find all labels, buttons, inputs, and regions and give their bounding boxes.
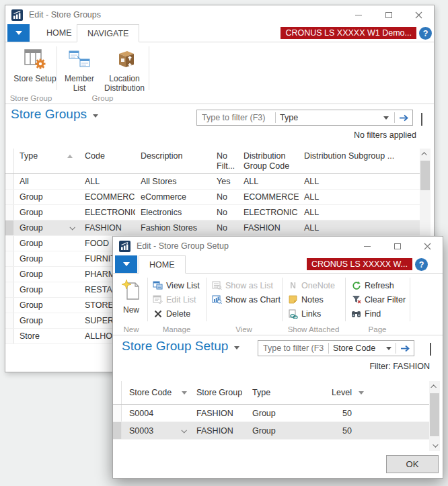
chevron-up-icon xyxy=(421,152,426,157)
new-button[interactable]: New xyxy=(117,277,145,315)
table-header: Type Code Description No Filt... Distrib… xyxy=(5,149,420,174)
window-title: Edit - Store Group Setup xyxy=(137,241,229,251)
edit-list-button-disabled[interactable]: Edit List xyxy=(152,292,200,307)
column-header-distribution-subgroup[interactable]: Distribution Subgroup ... xyxy=(299,149,420,173)
filter-field-select[interactable]: Store Code xyxy=(329,343,386,353)
ribbon-group-label-show-attached: Show Attached xyxy=(282,325,345,333)
titlebar: Edit - Store Group Setup xyxy=(113,237,443,255)
apply-filter-button[interactable] xyxy=(395,110,412,125)
cell-dropdown-chevron-icon[interactable] xyxy=(69,225,75,230)
application-menu-button[interactable] xyxy=(115,255,137,273)
store-setup-label: Store Setup xyxy=(13,74,56,83)
show-as-list-button-disabled[interactable]: Show as List xyxy=(211,278,281,292)
ribbon-group-label-new: New xyxy=(117,325,145,333)
close-icon xyxy=(415,11,422,19)
edit-list-icon xyxy=(152,294,163,305)
table-row-selected[interactable]: S0003 FASHION Group 50 xyxy=(113,422,429,440)
ribbon-group-manage: View List Edit List Delete xyxy=(152,278,200,321)
minimize-button[interactable] xyxy=(343,5,373,24)
window-store-group-setup: Edit - Store Group Setup HOME CRONUS LS … xyxy=(112,236,443,479)
onenote-button-disabled[interactable]: N OneNote xyxy=(287,278,335,292)
apply-filter-button[interactable] xyxy=(396,341,414,356)
filter-field-chevron-icon[interactable] xyxy=(383,116,389,120)
new-label: New xyxy=(123,305,139,315)
page-title-caret-icon[interactable] xyxy=(93,114,98,118)
vertical-scrollbar[interactable] xyxy=(429,381,440,451)
scrollbar-thumb[interactable] xyxy=(420,161,430,190)
ribbon-group-label-page: Page xyxy=(345,325,410,333)
company-badge[interactable]: CRONUS LS XXXXX W1 Demo... xyxy=(281,27,416,39)
clear-filter-button[interactable]: Clear Filter xyxy=(350,292,406,307)
tab-navigate[interactable]: NAVIGATE xyxy=(77,24,139,42)
links-button[interactable]: Links xyxy=(287,307,335,321)
table-row[interactable]: All ALL All Stores Yes ALL ALL xyxy=(5,174,420,190)
column-header-level[interactable]: Level xyxy=(318,388,353,397)
table-row[interactable]: S0004 FASHION Group 50 xyxy=(113,405,429,422)
sort-descending-icon xyxy=(182,391,187,395)
view-list-button[interactable]: View List xyxy=(152,278,200,292)
chevron-down-icon xyxy=(433,442,438,447)
table-row-selected[interactable]: Group FASHION Fashion Stores No FASHION … xyxy=(5,220,420,236)
maximize-icon xyxy=(394,243,401,249)
application-menu-button[interactable] xyxy=(7,24,30,42)
page-title-caret-icon[interactable] xyxy=(234,346,239,350)
filter-field-chevron-icon[interactable] xyxy=(386,347,391,350)
delete-icon xyxy=(152,309,163,319)
column-header-no-filter[interactable]: No Filt... xyxy=(211,149,238,173)
table-row[interactable]: Group ECOMMERCE eCommerce No ECOMMERCE A… xyxy=(5,190,420,205)
refresh-icon xyxy=(350,280,362,290)
maximize-button[interactable] xyxy=(382,237,412,255)
column-header-store-code[interactable]: Store Code xyxy=(122,388,191,397)
ribbon-group-label-store-group: Store Group xyxy=(5,94,57,102)
delete-button[interactable]: Delete xyxy=(152,307,200,321)
scroll-up-button[interactable] xyxy=(429,381,440,392)
tab-row: HOME NAVIGATE CRONUS LS XXXXX W1 Demo...… xyxy=(5,24,434,42)
arrow-right-icon xyxy=(400,345,410,352)
filter-input[interactable] xyxy=(197,111,275,124)
column-header-type[interactable]: Type xyxy=(14,149,79,173)
store-setup-button[interactable]: Store Setup xyxy=(12,46,58,83)
scroll-up-button[interactable] xyxy=(420,149,431,159)
sort-ascending-icon xyxy=(67,155,73,158)
member-list-button[interactable]: Member List xyxy=(61,46,98,93)
column-header-type[interactable]: Type xyxy=(247,388,318,397)
scrollbar-thumb[interactable] xyxy=(430,393,439,436)
ribbon-group-label-group: Group xyxy=(57,94,149,102)
close-button[interactable] xyxy=(412,237,443,255)
column-header-distribution-group-code[interactable]: Distribution Group Code xyxy=(238,149,299,173)
minimize-button[interactable] xyxy=(352,237,382,255)
collapse-filter-pane-button[interactable] xyxy=(430,343,431,355)
location-distribution-label: Location Distribution xyxy=(104,74,145,93)
nav-app-icon xyxy=(119,241,130,252)
tab-row: HOME CRONUS LS XXXXX W... ? xyxy=(113,255,443,274)
help-icon[interactable]: ? xyxy=(419,27,432,40)
column-header-description[interactable]: Description xyxy=(135,149,211,173)
member-list-icon xyxy=(61,46,98,73)
new-icon xyxy=(117,277,145,304)
member-list-label: Member List xyxy=(65,74,94,93)
close-icon xyxy=(424,243,431,250)
show-as-chart-button[interactable]: Show as Chart xyxy=(211,292,281,307)
collapse-filter-pane-button[interactable] xyxy=(421,113,422,125)
refresh-button[interactable]: Refresh xyxy=(350,278,406,292)
notes-button[interactable]: Notes xyxy=(287,292,335,307)
store-group-setup-table: Store Code Store Group Type Level S0004 … xyxy=(113,381,429,440)
ok-button[interactable]: OK xyxy=(386,455,439,473)
scroll-down-button[interactable] xyxy=(429,440,440,451)
help-icon[interactable]: ? xyxy=(415,258,428,271)
maximize-button[interactable] xyxy=(373,5,404,24)
column-header-store-group[interactable]: Store Group xyxy=(191,388,247,397)
tab-home[interactable]: HOME xyxy=(36,24,82,42)
close-button[interactable] xyxy=(404,5,434,24)
column-header-code[interactable]: Code xyxy=(79,149,135,173)
tab-home[interactable]: HOME xyxy=(139,255,186,274)
filter-input[interactable] xyxy=(258,341,328,355)
table-row[interactable]: Group ELECTRONIC Electronics No ELECTRON… xyxy=(5,205,420,220)
location-distribution-button[interactable]: Location Distribution xyxy=(98,46,151,93)
window-title: Edit - Store Groups xyxy=(29,10,101,19)
find-button[interactable]: Find xyxy=(350,307,406,321)
cell-dropdown-chevron-icon[interactable] xyxy=(181,428,186,433)
filter-field-select[interactable]: Type xyxy=(276,113,383,122)
minimize-icon xyxy=(355,15,362,15)
company-badge[interactable]: CRONUS LS XXXXX W... xyxy=(307,258,412,270)
